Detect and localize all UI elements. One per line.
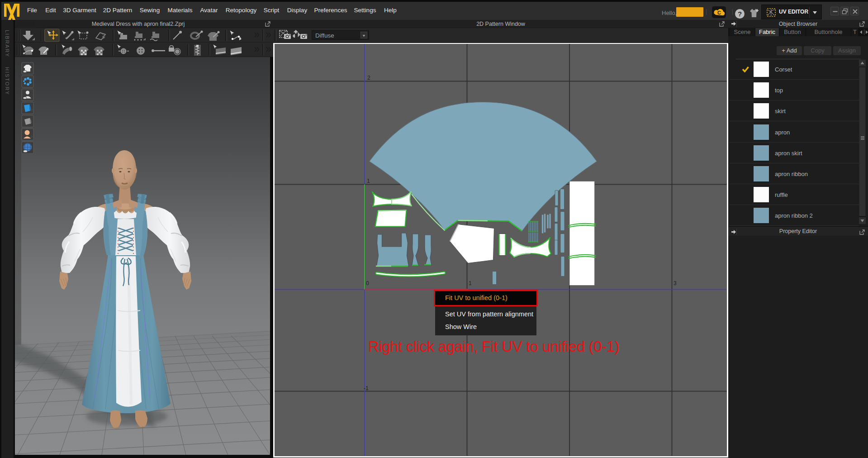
svg-text:3: 3 [674,280,677,286]
svg-text:-1: -1 [364,385,369,391]
svg-text:0: 0 [366,280,369,286]
svg-text:1: 1 [367,178,370,184]
svg-text:C: C [717,10,721,15]
svg-text:1: 1 [469,280,472,286]
svg-text:2: 2 [367,75,370,81]
